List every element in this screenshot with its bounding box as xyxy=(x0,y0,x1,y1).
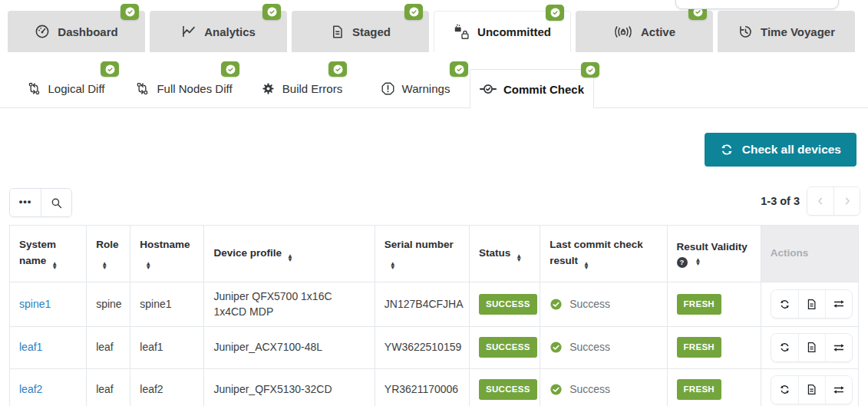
file-icon xyxy=(806,384,817,395)
chevron-right-icon xyxy=(842,196,853,206)
commit-result-label: Success xyxy=(569,339,610,355)
recheck-button[interactable] xyxy=(771,334,798,361)
more-options-button[interactable]: ••• xyxy=(10,189,41,216)
search-button[interactable] xyxy=(41,189,71,216)
table-row: leaf1 leaf leaf1 Juniper_ACX7100-48L YW3… xyxy=(10,326,859,368)
check-all-devices-button[interactable]: Check all devices xyxy=(705,133,856,167)
subtab-build-errors[interactable]: Build Errors xyxy=(255,69,348,107)
column-header-serial-number[interactable]: Serial number▲▼ xyxy=(375,226,469,282)
last-commit-check-cell: Success xyxy=(540,282,667,327)
device-link[interactable]: leaf2 xyxy=(19,383,42,395)
status-cell: SUCCESS xyxy=(470,326,540,368)
validity-badge: FRESH xyxy=(677,294,721,315)
commit-check-table: System name▲▼ Role▲▼ Hostname▲▼ Device p… xyxy=(9,225,859,406)
recheck-button[interactable] xyxy=(771,376,798,404)
column-header-last-commit-check-result[interactable]: Last commit check result▲▼ xyxy=(540,226,667,282)
tab-time-voyager[interactable]: Time Voyager xyxy=(718,11,855,52)
serial-number-cell: YR3621170006 xyxy=(375,368,469,406)
hostname-cell: spine1 xyxy=(130,282,204,327)
swap-arrows-icon xyxy=(833,298,845,310)
help-icon[interactable]: ? xyxy=(677,257,688,268)
device-profile-cell: Juniper QFX5700 1x16C 1x4CD MDP xyxy=(204,282,375,327)
swap-arrows-icon xyxy=(833,384,845,396)
table-row: spine1 spine spine1 Juniper QFX5700 1x16… xyxy=(10,282,859,327)
result-validity-cell: FRESH xyxy=(667,326,761,368)
refresh-icon xyxy=(779,299,790,310)
file-icon xyxy=(806,342,817,353)
next-page-button[interactable] xyxy=(833,187,860,215)
header-row: System name▲▼ Role▲▼ Hostname▲▼ Device p… xyxy=(10,226,859,282)
tab-status-badge xyxy=(404,4,423,20)
column-header-hostname[interactable]: Hostname▲▼ xyxy=(130,226,204,282)
status-badge: SUCCESS xyxy=(479,379,537,400)
compare-button[interactable] xyxy=(825,376,852,404)
recheck-button[interactable] xyxy=(771,290,798,318)
sort-icon[interactable]: ▲▼ xyxy=(583,262,589,270)
subtab-full-nodes-diff[interactable]: Full Nodes Diff xyxy=(127,69,241,107)
last-commit-check-cell: Success xyxy=(540,326,667,368)
column-header-result-validity[interactable]: Result Validity ? ▲▼ xyxy=(667,226,761,282)
role-cell: spine xyxy=(87,282,130,327)
subtab-logical-diff[interactable]: Logical Diff xyxy=(11,69,120,107)
check-icon xyxy=(105,64,115,74)
blueprint-tabs: Dashboard Analytics Staged Uncommitted xyxy=(8,11,855,52)
tab-label: Active xyxy=(641,25,675,38)
view-result-button[interactable] xyxy=(798,334,825,361)
compare-button[interactable] xyxy=(825,334,852,361)
check-icon xyxy=(586,65,596,75)
column-header-status[interactable]: Status▲▼ xyxy=(470,226,540,282)
tab-dashboard[interactable]: Dashboard xyxy=(8,11,145,52)
locks-icon xyxy=(454,24,470,40)
sort-icon[interactable]: ▲▼ xyxy=(390,262,396,270)
view-result-button[interactable] xyxy=(798,376,825,404)
sort-icon[interactable]: ▲▼ xyxy=(51,262,58,270)
file-icon xyxy=(806,299,817,310)
column-header-device-profile[interactable]: Device profile▲▼ xyxy=(204,226,375,282)
sort-icon[interactable]: ▲▼ xyxy=(516,255,522,262)
check-icon xyxy=(333,64,343,74)
subtab-label: Logical Diff xyxy=(48,82,105,95)
swap-arrows-icon xyxy=(833,342,845,354)
tab-active[interactable]: Active xyxy=(576,11,713,52)
column-header-system-name[interactable]: System name▲▼ xyxy=(10,226,87,282)
hostname-cell: leaf1 xyxy=(130,326,204,368)
subtab-label: Full Nodes Diff xyxy=(157,82,232,95)
tab-status-badge xyxy=(546,5,564,21)
refresh-icon xyxy=(779,384,790,395)
sort-icon[interactable]: ▲▼ xyxy=(145,262,151,270)
status-badge: SUCCESS xyxy=(479,294,537,315)
tab-uncommitted[interactable]: Uncommitted xyxy=(434,11,571,52)
check-circle-icon xyxy=(550,341,563,354)
pagination-range: 1-3 of 3 xyxy=(761,195,800,207)
subtab-status-badge xyxy=(581,62,599,78)
code-compare-icon xyxy=(27,81,41,96)
tab-staged[interactable]: Staged xyxy=(292,11,429,52)
view-result-button[interactable] xyxy=(798,290,825,318)
role-cell: leaf xyxy=(87,368,130,406)
result-validity-cell: FRESH xyxy=(667,282,761,327)
last-commit-check-cell: Success xyxy=(540,368,667,406)
compare-button[interactable] xyxy=(825,290,852,318)
status-badge: SUCCESS xyxy=(479,337,537,358)
role-cell: leaf xyxy=(87,326,130,368)
code-compare-nodes-icon xyxy=(135,81,150,96)
actions-cell xyxy=(761,326,858,368)
tab-label: Time Voyager xyxy=(761,25,835,38)
subtab-status-badge xyxy=(450,61,468,77)
sort-icon[interactable]: ▲▼ xyxy=(287,255,293,262)
file-icon xyxy=(330,25,345,39)
prev-page-button[interactable] xyxy=(807,187,833,215)
device-link[interactable]: spine1 xyxy=(19,298,51,310)
device-link[interactable]: leaf1 xyxy=(19,341,42,353)
system-name-cell: spine1 xyxy=(10,282,87,327)
column-header-role[interactable]: Role▲▼ xyxy=(87,226,130,282)
subtab-status-badge xyxy=(101,61,119,77)
device-profile-cell: Juniper_QFX5130-32CD xyxy=(204,368,375,406)
subtab-commit-check[interactable]: Commit Check xyxy=(470,69,594,108)
sort-icon[interactable]: ▲▼ xyxy=(101,262,107,270)
sort-icon[interactable]: ▲▼ xyxy=(695,259,701,266)
ellipsis-icon: ••• xyxy=(19,196,32,207)
subtab-warnings[interactable]: Warnings xyxy=(361,69,470,107)
tab-analytics[interactable]: Analytics xyxy=(150,11,287,52)
popover-fragment xyxy=(675,0,839,9)
